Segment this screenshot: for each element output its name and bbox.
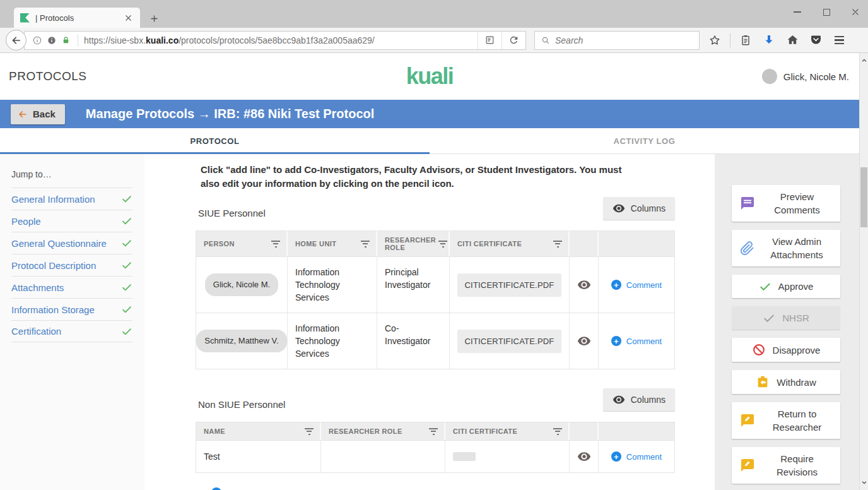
url-domain: kuali.co <box>146 35 179 45</box>
sidebar-item-information-storage[interactable]: Information Storage <box>11 298 132 320</box>
check-icon <box>121 260 132 271</box>
search-input[interactable] <box>555 35 693 45</box>
withdraw-clipboard-icon <box>756 375 770 389</box>
scrollbar-thumb[interactable] <box>860 167 867 227</box>
comment-bubble-icon <box>740 196 755 211</box>
person-pill[interactable]: Schmitz, Matthew V. <box>196 330 286 352</box>
browser-back-button[interactable] <box>6 30 26 51</box>
sidebar-item-general-information[interactable]: General Information <box>11 188 132 210</box>
add-comment-button[interactable]: Comment <box>211 487 262 490</box>
comment-cell: Comment <box>599 441 674 472</box>
url-bar[interactable]: https://siue-sbx.kuali.co/protocols/prot… <box>24 31 526 50</box>
main-content: Click "add line" to add Co-Investigators… <box>144 154 715 490</box>
filter-icon[interactable] <box>271 241 281 248</box>
search-icon <box>541 35 551 45</box>
citi-certificate-cell: CITICERTIFICATE.PDF <box>450 313 570 369</box>
withdraw-button[interactable]: Withdraw <box>732 370 840 394</box>
non-siue-columns-button[interactable]: Columns <box>603 388 675 411</box>
scroll-up-icon[interactable] <box>861 57 867 64</box>
columns-label: Columns <box>631 395 666 405</box>
bookmark-star-icon[interactable] <box>707 32 723 49</box>
app-header: PROTOCOLS kuali Glick, Nicole M. <box>0 53 859 100</box>
column-header-comment <box>599 231 674 256</box>
page-info-icon[interactable] <box>32 35 42 45</box>
search-box[interactable] <box>534 31 700 50</box>
tab-activity-log[interactable]: ACTIVITY LOG <box>430 128 859 153</box>
maximize-button[interactable] <box>821 7 831 17</box>
sidebar-item-certification[interactable]: Certification <box>11 320 132 342</box>
downloads-icon[interactable] <box>761 32 777 49</box>
siue-personnel-table: PERSON HOME UNIT RESEARCHER ROLE CITI CE… <box>196 230 675 369</box>
reader-mode-icon[interactable] <box>478 32 501 49</box>
researcher-role-cell: Co-Investigator <box>377 313 450 369</box>
citi-certificate-button[interactable]: CITICERTIFICATE.PDF <box>457 273 561 297</box>
column-header-person: PERSON <box>196 231 288 256</box>
filter-icon[interactable] <box>438 241 447 248</box>
check-icon <box>121 237 132 249</box>
sidebar-item-general-questionnaire[interactable]: General Questionnaire <box>11 232 132 254</box>
preview-comments-button[interactable]: Preview Comments <box>732 185 840 222</box>
url-prefix: https://siue-sbx. <box>84 35 146 45</box>
table-header-row: PERSON HOME UNIT RESEARCHER ROLE CITI CE… <box>196 231 674 256</box>
user-name: Glick, Nicole M. <box>783 71 849 82</box>
sidebar-item-label: Protocol Description <box>11 260 96 271</box>
browser-tab[interactable]: | Protocols <box>14 8 140 28</box>
filter-icon[interactable] <box>360 241 370 248</box>
plus-icon <box>611 451 621 462</box>
minimize-button[interactable] <box>792 7 802 17</box>
tab-protocol[interactable]: PROTOCOL <box>0 128 430 153</box>
url-text[interactable]: https://siue-sbx.kuali.co/protocols/prot… <box>84 35 478 45</box>
menu-hamburger-icon[interactable] <box>831 32 847 49</box>
sidebar-item-attachments[interactable]: Attachments <box>11 276 132 298</box>
refresh-icon[interactable] <box>501 32 525 49</box>
filter-icon[interactable] <box>553 241 563 248</box>
return-to-researcher-button[interactable]: Return to Researcher <box>732 402 840 439</box>
add-comment-button[interactable]: Comment <box>611 451 662 462</box>
block-icon <box>752 343 766 357</box>
scroll-down-icon[interactable] <box>861 479 867 486</box>
jump-sidebar: Jump to… General Information People Gene… <box>0 154 144 490</box>
view-cell <box>570 257 599 313</box>
filter-icon[interactable] <box>428 428 438 435</box>
siue-columns-button[interactable]: Columns <box>603 197 675 220</box>
person-cell: Schmitz, Matthew V. <box>196 313 288 369</box>
kuali-favicon-icon <box>20 13 30 23</box>
approve-button[interactable]: Approve <box>732 275 840 298</box>
sidebar-item-people[interactable]: People <box>11 210 132 232</box>
bookmarks-clipboard-icon[interactable] <box>737 32 754 49</box>
back-button[interactable]: Back <box>11 104 65 124</box>
add-comment-button[interactable]: Comment <box>611 280 662 290</box>
nhsr-button[interactable]: NHSR <box>732 306 840 330</box>
view-admin-attachments-button[interactable]: View Admin Attachments <box>732 230 840 266</box>
user-menu[interactable]: Glick, Nicole M. <box>762 69 849 84</box>
home-icon[interactable] <box>784 32 801 49</box>
column-header-name: NAME <box>196 422 321 440</box>
filter-icon[interactable] <box>304 428 314 435</box>
column-header-researcher-role: RESEARCHER ROLE <box>321 422 445 440</box>
view-eye-icon[interactable] <box>577 334 591 348</box>
new-tab-button[interactable] <box>146 11 161 25</box>
disapprove-button[interactable]: Disapprove <box>732 338 840 362</box>
require-revisions-button[interactable]: Require Revisions <box>732 447 840 484</box>
column-header-comment <box>599 422 674 440</box>
pocket-icon[interactable] <box>807 32 824 49</box>
add-comment-button[interactable]: Comment <box>611 336 662 346</box>
column-header-view <box>570 422 599 440</box>
person-pill[interactable]: Glick, Nicole M. <box>205 273 278 296</box>
check-icon <box>121 326 132 337</box>
view-eye-icon[interactable] <box>577 278 591 292</box>
page-scrollbar[interactable] <box>859 53 868 490</box>
tab-close-icon[interactable] <box>122 12 134 23</box>
close-button[interactable] <box>850 7 860 17</box>
https-lock-icon[interactable] <box>61 35 71 45</box>
column-header-citi-certificate: CITI CERTIFICATE <box>445 422 570 440</box>
sidebar-item-protocol-description[interactable]: Protocol Description <box>11 254 132 276</box>
tracking-info-icon[interactable] <box>47 35 57 45</box>
comment-cell: Comment <box>599 313 674 369</box>
view-eye-icon[interactable] <box>577 450 591 463</box>
view-cell <box>570 313 599 369</box>
name-cell: Test <box>196 441 321 472</box>
citi-certificate-button[interactable]: CITICERTIFICATE.PDF <box>457 330 561 353</box>
filter-icon[interactable] <box>553 428 563 435</box>
sidebar-item-label: Information Storage <box>11 304 95 315</box>
